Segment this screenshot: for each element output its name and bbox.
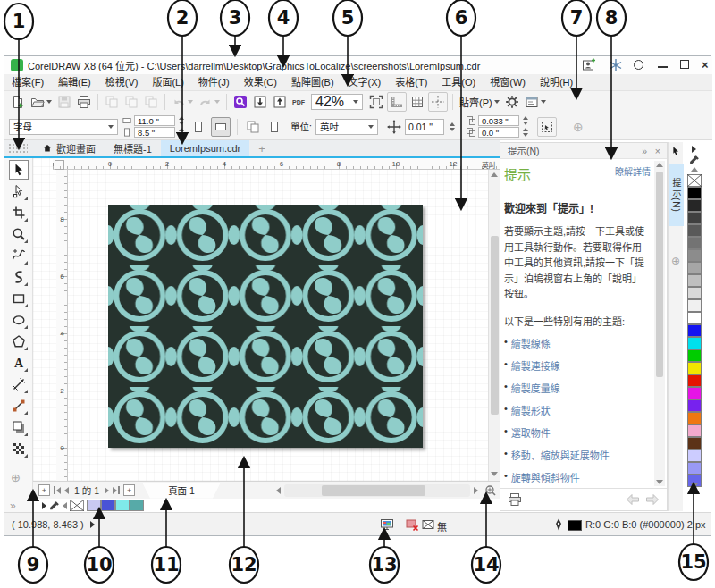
topic-link[interactable]: 旋轉與傾斜物件 xyxy=(511,470,580,484)
topic-link[interactable]: 繪製度量線 xyxy=(511,381,560,395)
topic-link[interactable]: 繪製線條 xyxy=(511,336,551,350)
document-color-swatch[interactable] xyxy=(115,500,130,511)
open-dropdown-arrow[interactable] xyxy=(46,100,52,104)
menu-item[interactable]: 工具(O) xyxy=(434,74,483,90)
new-document-tab-button[interactable]: + xyxy=(249,140,274,156)
palette-color-swatch[interactable] xyxy=(687,249,702,262)
palette-color-swatch[interactable] xyxy=(687,312,702,324)
tab-loremipsum[interactable]: LoremIpsum.cdr xyxy=(161,140,249,156)
toolbox-grip[interactable] xyxy=(8,143,28,154)
last-page-icon[interactable] xyxy=(113,487,117,494)
close-button[interactable]: × xyxy=(702,58,709,71)
horizontal-scrollbar[interactable] xyxy=(284,484,470,497)
export-icon[interactable] xyxy=(271,93,289,111)
minimize-button[interactable] xyxy=(658,66,668,68)
menu-item[interactable]: 編輯(E) xyxy=(51,74,98,90)
palette-color-swatch[interactable] xyxy=(687,262,702,274)
palette-color-swatch[interactable] xyxy=(687,199,702,212)
paste-icon[interactable] xyxy=(142,93,160,111)
window-circle-button[interactable] xyxy=(634,60,644,70)
topic-link[interactable]: 繪製連接線 xyxy=(511,358,560,373)
all-pages-icon[interactable] xyxy=(244,118,262,136)
palette-scroll-left[interactable] xyxy=(63,502,67,509)
import-icon[interactable] xyxy=(251,93,269,111)
scroll-up-arrow[interactable] xyxy=(491,172,498,177)
vertical-scrollbar[interactable] xyxy=(488,170,500,481)
page-width-field[interactable]: 11.0 " xyxy=(134,115,175,126)
color-proof-monitor-icon[interactable] xyxy=(380,517,394,532)
palette-color-swatch[interactable] xyxy=(687,399,702,412)
tool-drop-shadow[interactable] xyxy=(9,417,29,437)
palette-color-swatch[interactable] xyxy=(687,387,702,399)
tab-untitled-1[interactable]: 無標題-1 xyxy=(105,140,161,156)
show-grid-icon[interactable] xyxy=(408,93,426,111)
palette-color-swatch[interactable] xyxy=(687,224,702,237)
fullscreen-preview-icon[interactable] xyxy=(367,93,385,111)
hints-docker-icon[interactable] xyxy=(670,146,681,156)
add-docker-button[interactable]: ⊕ xyxy=(671,255,680,267)
redo-icon[interactable] xyxy=(197,93,222,111)
palette-color-swatch[interactable] xyxy=(687,187,702,199)
palette-color-swatch[interactable] xyxy=(687,287,702,299)
new-document-icon[interactable] xyxy=(9,93,27,111)
docker-scroll-up[interactable] xyxy=(656,163,663,167)
document-color-swatch[interactable] xyxy=(87,500,101,511)
search-content-icon[interactable] xyxy=(231,93,249,111)
page-width-spinner[interactable] xyxy=(177,116,186,125)
menu-item[interactable]: 版面(L) xyxy=(145,74,190,90)
palette-flyout-arrow[interactable] xyxy=(42,502,46,509)
palette-color-swatch[interactable] xyxy=(687,212,702,224)
status-expand-arrow[interactable] xyxy=(90,521,95,528)
palette-color-swatch[interactable] xyxy=(687,374,702,387)
palette-color-swatch[interactable] xyxy=(687,274,702,287)
publish-pdf-icon[interactable]: PDF xyxy=(290,97,307,107)
tool-pick[interactable] xyxy=(9,160,29,180)
topic-link[interactable]: 選取物件 xyxy=(511,425,551,440)
next-page-icon[interactable] xyxy=(105,487,109,494)
hscroll-left-arrow[interactable] xyxy=(276,487,281,494)
palette-color-swatch[interactable] xyxy=(687,337,702,349)
tool-transparency[interactable] xyxy=(9,439,29,458)
duplicate-y-field[interactable]: 0.0 " xyxy=(478,127,519,138)
document-color-swatch[interactable] xyxy=(101,500,115,511)
docker-close-icon[interactable]: × xyxy=(655,146,660,156)
palette-color-swatch[interactable] xyxy=(687,449,702,462)
tool-polygon[interactable] xyxy=(9,332,29,351)
palette-color-swatch[interactable] xyxy=(687,437,702,449)
account-icon[interactable] xyxy=(582,58,596,72)
title-bar[interactable]: CorelDRAW X8 (64 位元) - C:\Users\darrellm… xyxy=(4,56,712,74)
learn-more-link[interactable]: 瞭解詳情 xyxy=(615,164,651,178)
first-page-icon[interactable] xyxy=(56,487,61,494)
horizontal-scroll-thumb[interactable] xyxy=(322,485,425,496)
tool-text[interactable] xyxy=(9,353,29,373)
page-height-spinner[interactable] xyxy=(177,128,186,137)
duplicate-y-spinner[interactable] xyxy=(521,128,530,137)
menu-item[interactable]: 說明(H) xyxy=(533,74,580,90)
palette-scroll-up[interactable] xyxy=(691,167,698,172)
palette-color-swatch[interactable] xyxy=(687,362,702,374)
palette-eyedropper-icon[interactable] xyxy=(689,155,700,165)
menu-item[interactable]: 文字(X) xyxy=(341,74,389,90)
menu-item[interactable]: 效果(C) xyxy=(237,74,284,90)
current-page-icon[interactable] xyxy=(265,118,283,136)
add-page-start-button[interactable]: + xyxy=(38,484,50,496)
undo-icon[interactable] xyxy=(170,93,195,111)
hints-docker-tab[interactable]: 提示(N) xyxy=(669,164,684,226)
portrait-button[interactable] xyxy=(189,118,207,136)
palette-options-arrow[interactable] xyxy=(692,146,696,153)
tool-connector[interactable] xyxy=(9,396,29,416)
palette-color-swatch[interactable] xyxy=(687,462,702,475)
tool-shape[interactable] xyxy=(9,181,29,201)
document-color-swatch[interactable] xyxy=(130,500,144,511)
palette-no-color-swatch[interactable] xyxy=(687,174,702,187)
print-hint-icon[interactable] xyxy=(508,492,522,507)
scroll-down-arrow[interactable] xyxy=(491,472,498,476)
menu-item[interactable]: 檢視(V) xyxy=(98,74,146,90)
duplicate-x-field[interactable]: 0.033 " xyxy=(478,115,519,126)
save-icon[interactable] xyxy=(55,93,73,111)
palette-color-swatch[interactable] xyxy=(687,424,702,437)
treat-as-filled-icon[interactable] xyxy=(537,117,557,137)
tool-freehand[interactable] xyxy=(9,246,29,265)
application-launcher-icon[interactable] xyxy=(523,93,548,111)
tool-rectangle[interactable] xyxy=(9,289,29,308)
